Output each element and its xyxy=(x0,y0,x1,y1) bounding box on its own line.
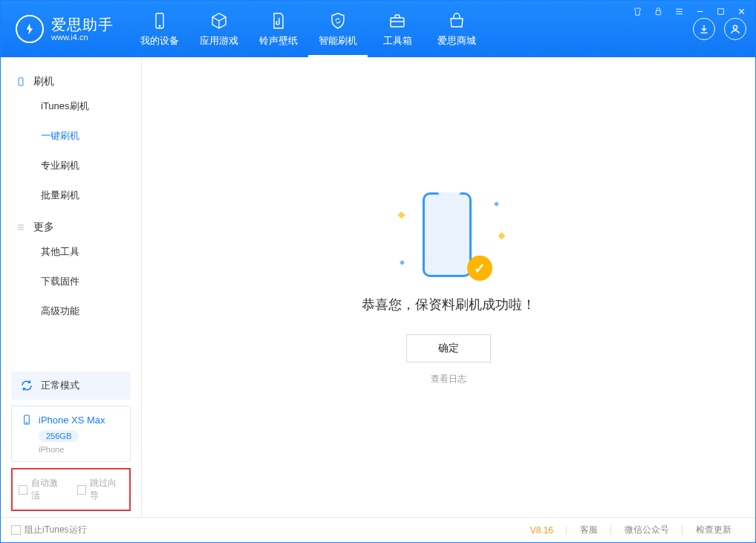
body: 刷机 iTunes刷机 一键刷机 专业刷机 批量刷机 更多 其他工具 下载固件 … xyxy=(1,57,755,517)
titlebar: 爱思助手 www.i4.cn 我的设备 应用游戏 铃声壁纸 智能刷机 xyxy=(1,1,755,57)
cube-icon xyxy=(209,10,229,31)
status-bar: 阻止iTunes运行 V8.16 客服 微信公众号 检查更新 xyxy=(1,517,755,542)
sidebar-group-more: 更多 xyxy=(1,210,141,237)
device-capacity: 256GB xyxy=(39,430,79,442)
svg-rect-4 xyxy=(391,18,404,27)
device-mode-box[interactable]: 正常模式 xyxy=(11,371,131,400)
toolbox-icon xyxy=(387,10,408,31)
svg-rect-6 xyxy=(19,78,23,86)
device-box[interactable]: iPhone XS Max 256GB iPhone xyxy=(11,406,131,462)
lock-icon[interactable] xyxy=(650,4,666,19)
sync-icon xyxy=(20,379,33,392)
svg-rect-1 xyxy=(717,8,723,14)
main-tabs: 我的设备 应用游戏 铃声壁纸 智能刷机 工具箱 爱思商城 xyxy=(130,1,486,57)
menu-icon[interactable] xyxy=(671,4,687,19)
close-button[interactable] xyxy=(733,4,749,19)
success-title: 恭喜您，保资料刷机成功啦！ xyxy=(362,296,535,313)
version-label: V8.16 xyxy=(530,525,567,536)
sidebar-item-download-firmware[interactable]: 下载固件 xyxy=(1,267,141,296)
logo-icon xyxy=(16,15,44,43)
svg-point-5 xyxy=(733,25,737,29)
svg-point-8 xyxy=(26,422,27,423)
sidebar-item-oneclick-flash[interactable]: 一键刷机 xyxy=(1,121,141,151)
main-content: ✓ 恭喜您，保资料刷机成功啦！ 确定 查看日志 xyxy=(142,57,755,517)
list-icon xyxy=(16,222,26,233)
maximize-button[interactable] xyxy=(712,4,729,19)
minimize-button[interactable] xyxy=(691,4,708,19)
sidebar-item-other-tools[interactable]: 其他工具 xyxy=(1,237,141,267)
app-window: 爱思助手 www.i4.cn 我的设备 应用游戏 铃声壁纸 智能刷机 xyxy=(0,0,756,543)
tab-ringtones-wallpapers[interactable]: 铃声壁纸 xyxy=(249,1,308,57)
shirt-icon[interactable] xyxy=(629,4,645,19)
app-url: www.i4.cn xyxy=(51,33,114,42)
link-check-update[interactable]: 检查更新 xyxy=(682,524,745,536)
sidebar-item-itunes-flash[interactable]: iTunes刷机 xyxy=(1,91,141,121)
device-type: iPhone xyxy=(39,445,121,454)
sidebar-bottom: 正常模式 iPhone XS Max 256GB iPhone 自动激活 跳过向… xyxy=(1,365,141,517)
tab-toolbox[interactable]: 工具箱 xyxy=(368,1,427,57)
link-wechat[interactable]: 微信公众号 xyxy=(611,524,682,536)
phone-small-icon xyxy=(16,77,26,87)
view-log-link[interactable]: 查看日志 xyxy=(431,373,466,386)
checkbox-block-itunes[interactable]: 阻止iTunes运行 xyxy=(11,524,87,536)
link-support[interactable]: 客服 xyxy=(567,524,611,536)
logo: 爱思助手 www.i4.cn xyxy=(1,1,130,57)
download-icon[interactable] xyxy=(693,18,715,40)
tab-my-device[interactable]: 我的设备 xyxy=(130,1,189,57)
device-mode-label: 正常模式 xyxy=(41,379,79,392)
ok-button[interactable]: 确定 xyxy=(406,334,491,362)
sidebar: 刷机 iTunes刷机 一键刷机 专业刷机 批量刷机 更多 其他工具 下载固件 … xyxy=(1,57,142,517)
checkbox-auto-activate[interactable]: 自动激活 xyxy=(19,477,65,502)
window-controls xyxy=(629,4,749,19)
sidebar-item-advanced[interactable]: 高级功能 xyxy=(1,296,141,326)
music-file-icon xyxy=(268,10,289,31)
tab-store[interactable]: 爱思商城 xyxy=(427,1,486,57)
success-illustration: ✓ xyxy=(393,189,504,285)
svg-rect-0 xyxy=(656,10,661,14)
phone-icon xyxy=(149,10,170,31)
check-badge-icon: ✓ xyxy=(467,256,492,281)
tab-smart-flash[interactable]: 智能刷机 xyxy=(308,1,368,57)
tab-apps-games[interactable]: 应用游戏 xyxy=(189,1,249,57)
sidebar-group-flash: 刷机 xyxy=(1,65,141,91)
sidebar-item-pro-flash[interactable]: 专业刷机 xyxy=(1,151,141,181)
app-name: 爱思助手 xyxy=(51,16,114,33)
user-icon[interactable] xyxy=(724,18,746,40)
store-icon xyxy=(446,10,467,31)
device-name: iPhone XS Max xyxy=(39,414,105,426)
sidebar-item-batch-flash[interactable]: 批量刷机 xyxy=(1,181,141,210)
device-phone-icon xyxy=(21,414,33,426)
shield-sync-icon xyxy=(328,10,348,31)
checkbox-skip-guide[interactable]: 跳过向导 xyxy=(77,477,124,502)
illustration-phone-icon xyxy=(423,192,472,277)
svg-point-3 xyxy=(159,25,160,27)
options-highlight-box: 自动激活 跳过向导 xyxy=(11,468,131,511)
